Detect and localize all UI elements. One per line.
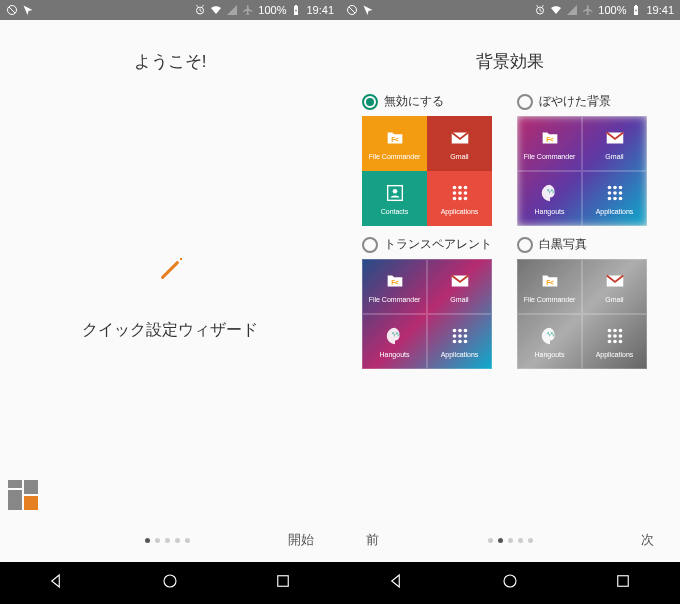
page-dot bbox=[185, 538, 190, 543]
radio-button[interactable] bbox=[517, 94, 533, 110]
bg-option-radio[interactable]: トランスペアレント bbox=[362, 236, 503, 253]
svg-rect-11 bbox=[635, 5, 637, 6]
tile-label: Applications bbox=[596, 351, 634, 358]
nav-home[interactable] bbox=[473, 564, 547, 602]
dnd-icon bbox=[346, 4, 358, 16]
bg-preview[interactable]: F<File CommanderGmailContactsApplication… bbox=[362, 116, 492, 226]
battery-icon bbox=[630, 4, 642, 16]
svg-point-52 bbox=[607, 334, 611, 338]
radio-label: ぼやけた背景 bbox=[539, 93, 611, 110]
contacts-icon bbox=[384, 182, 406, 204]
gmail-icon bbox=[449, 270, 471, 292]
page-dot bbox=[518, 538, 523, 543]
bg-preview[interactable]: F<File CommanderGmailHangoutsApplication… bbox=[362, 259, 492, 369]
nav-back[interactable] bbox=[20, 564, 94, 602]
radio-label: 無効にする bbox=[384, 93, 444, 110]
svg-point-18 bbox=[463, 186, 467, 190]
bg-preview[interactable]: F<File CommanderGmailHangoutsApplication… bbox=[517, 259, 647, 369]
svg-point-33 bbox=[607, 197, 611, 201]
apps-icon bbox=[449, 325, 471, 347]
svg-line-1 bbox=[9, 7, 15, 13]
svg-point-30 bbox=[607, 191, 611, 195]
svg-point-32 bbox=[618, 191, 622, 195]
page-dot bbox=[528, 538, 533, 543]
svg-point-45 bbox=[458, 340, 462, 344]
apps-icon bbox=[604, 182, 626, 204]
svg-text:F<: F< bbox=[546, 279, 554, 286]
navbar bbox=[0, 562, 340, 604]
footer-right: 前 次 bbox=[340, 518, 680, 562]
tile-label: Contacts bbox=[381, 208, 409, 215]
footer-left: 開始 bbox=[0, 518, 340, 562]
wand-icon bbox=[150, 250, 190, 290]
svg-text:F<: F< bbox=[546, 136, 554, 143]
nav-back[interactable] bbox=[360, 564, 434, 602]
hangouts-icon bbox=[539, 325, 561, 347]
folder-icon: F< bbox=[539, 127, 561, 149]
bg-options-grid: 無効にするF<File CommanderGmailContactsApplic… bbox=[340, 73, 680, 389]
wizard-subtitle: クイック設定ウィザード bbox=[82, 320, 258, 341]
launcher-logo bbox=[8, 480, 42, 514]
tile-label: File Commander bbox=[369, 296, 421, 303]
gmail-icon bbox=[604, 270, 626, 292]
svg-point-44 bbox=[452, 340, 456, 344]
svg-point-50 bbox=[613, 329, 617, 333]
bg-option-radio[interactable]: ぼやけた背景 bbox=[517, 93, 658, 110]
airplane-icon bbox=[242, 4, 254, 16]
app-tile: Contacts bbox=[362, 171, 427, 226]
prev-button[interactable]: 前 bbox=[356, 525, 389, 555]
app-tile: Applications bbox=[427, 171, 492, 226]
nav-recent[interactable] bbox=[246, 564, 320, 602]
next-button[interactable]: 次 bbox=[631, 525, 664, 555]
clock: 19:41 bbox=[306, 4, 334, 16]
cursor-icon bbox=[22, 4, 34, 16]
svg-point-5 bbox=[164, 575, 176, 587]
svg-point-57 bbox=[618, 340, 622, 344]
bg-option-radio[interactable]: 白黒写真 bbox=[517, 236, 658, 253]
bg-option-radio[interactable]: 無効にする bbox=[362, 93, 503, 110]
battery-pct: 100% bbox=[258, 4, 286, 16]
page-dot bbox=[175, 538, 180, 543]
gmail-icon bbox=[449, 127, 471, 149]
svg-rect-4 bbox=[295, 5, 297, 6]
svg-point-38 bbox=[452, 329, 456, 333]
svg-point-55 bbox=[607, 340, 611, 344]
page-dot bbox=[508, 538, 513, 543]
clock: 19:41 bbox=[646, 4, 674, 16]
bg-preview[interactable]: F<File CommanderGmailHangoutsApplication… bbox=[517, 116, 647, 226]
app-tile: Hangouts bbox=[517, 314, 582, 369]
cursor-icon bbox=[362, 4, 374, 16]
svg-point-19 bbox=[452, 191, 456, 195]
gmail-icon bbox=[604, 127, 626, 149]
svg-rect-6 bbox=[278, 576, 289, 587]
app-tile: Applications bbox=[582, 314, 647, 369]
svg-point-23 bbox=[458, 197, 462, 201]
app-tile: Hangouts bbox=[362, 314, 427, 369]
dnd-icon bbox=[6, 4, 18, 16]
svg-point-20 bbox=[458, 191, 462, 195]
svg-text:F<: F< bbox=[391, 279, 399, 286]
svg-point-34 bbox=[613, 197, 617, 201]
hangouts-icon bbox=[384, 325, 406, 347]
statusbar: 100% 19:41 bbox=[340, 0, 680, 20]
radio-button[interactable] bbox=[517, 237, 533, 253]
radio-label: 白黒写真 bbox=[539, 236, 587, 253]
page-dot bbox=[498, 538, 503, 543]
radio-label: トランスペアレント bbox=[384, 236, 492, 253]
svg-point-16 bbox=[452, 186, 456, 190]
battery-pct: 100% bbox=[598, 4, 626, 16]
start-button[interactable]: 開始 bbox=[278, 525, 324, 555]
phone-right: 100% 19:41 背景効果 無効にするF<File CommanderGma… bbox=[340, 0, 680, 604]
radio-button[interactable] bbox=[362, 237, 378, 253]
tile-label: Gmail bbox=[605, 296, 623, 303]
app-tile: Gmail bbox=[427, 116, 492, 171]
page-dot bbox=[488, 538, 493, 543]
nav-recent[interactable] bbox=[586, 564, 660, 602]
nav-home[interactable] bbox=[133, 564, 207, 602]
tile-label: Gmail bbox=[450, 296, 468, 303]
folder-icon: F< bbox=[539, 270, 561, 292]
svg-point-49 bbox=[607, 329, 611, 333]
bg-option: ぼやけた背景F<File CommanderGmailHangoutsAppli… bbox=[517, 93, 658, 226]
radio-button[interactable] bbox=[362, 94, 378, 110]
page-dot bbox=[155, 538, 160, 543]
